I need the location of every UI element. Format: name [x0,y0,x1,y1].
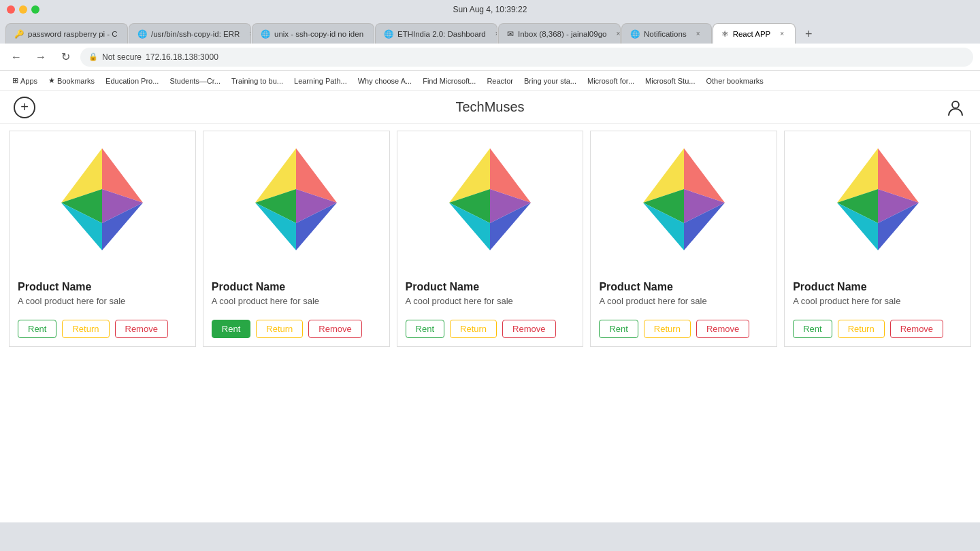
bookmark-reactor[interactable]: Reactor [483,76,517,86]
bookmark-other[interactable]: Other bookmarks [702,76,767,86]
bookmark-find-microsoft[interactable]: Find Microsoft... [419,76,480,86]
bookmarks-bar: ⊞ Apps ★ Bookmarks Education Pro... Stud… [0,71,980,91]
tab-ethindia[interactable]: 🌐 ETHIndia 2.0: Dashboard × [375,23,497,44]
minimize-window-button[interactable] [19,5,27,14]
tab-label: Notifications [644,30,687,38]
product-actions: Rent Return Remove [10,320,195,346]
product-info: Product Name A cool product here for sal… [591,274,777,320]
tab-ssh-copy[interactable]: 🌐 /usr/bin/ssh-copy-id: ERR × [129,23,251,44]
tab-notifications[interactable]: 🌐 Notifications × [621,23,712,44]
product-name: Product Name [18,281,187,293]
tab-react-app[interactable]: ⚛ React APP × [713,23,796,44]
product-card: Product Name A cool product here for sal… [9,131,196,347]
app-content: + TechMuses [0,91,980,522]
close-window-button[interactable] [7,5,15,14]
tab-label: Inbox (8,368) - jainal09go [518,30,606,38]
remove-button[interactable]: Remove [696,320,749,338]
bookmark-label: Apps [20,77,37,85]
tab-favicon: ✉ [507,29,514,39]
bookmark-microsoft-for[interactable]: Microsoft for... [583,76,638,86]
bookmark-icon: ⊞ [12,76,18,85]
bookmark-bring[interactable]: Bring your sta... [520,76,581,86]
app-title: TechMuses [455,99,524,115]
product-card: Product Name A cool product here for sal… [784,131,971,347]
tab-close-button[interactable]: × [493,29,497,39]
address-bar[interactable]: 🔒 Not secure 172.16.18.138:3000 [80,48,973,67]
ethereum-logo-icon [616,135,752,271]
bookmark-label: Why choose A... [358,77,412,85]
return-button[interactable]: Return [644,320,691,338]
remove-button[interactable]: Remove [502,320,555,338]
tab-close-button[interactable]: × [777,29,787,39]
bookmark-label: Learning Path... [294,77,347,85]
tab-close-button[interactable]: × [613,29,621,39]
product-name: Product Name [599,281,768,293]
back-button[interactable]: ← [7,48,26,67]
rent-button[interactable]: Rent [793,320,832,338]
rent-button[interactable]: Rent [599,320,638,338]
title-bar-text: Sun Aug 4, 10:39:22 [453,5,527,14]
bookmark-education[interactable]: Education Pro... [101,76,163,86]
return-button[interactable]: Return [256,320,303,338]
reload-button[interactable]: ↻ [56,48,75,67]
tab-close-button[interactable]: × [125,29,128,39]
tab-favicon: 🌐 [630,29,640,39]
bookmark-microsoft-stu[interactable]: Microsoft Stu... [641,76,699,86]
product-info: Product Name A cool product here for sal… [203,274,389,320]
tab-inbox[interactable]: ✉ Inbox (8,368) - jainal09go × [498,23,621,44]
tab-close-button[interactable]: × [246,29,251,39]
bookmark-students[interactable]: Students—Cr... [165,76,225,86]
tab-close-button[interactable]: × [370,29,374,39]
browser-window: Sun Aug 4, 10:39:22 🔑 password raspberry… [0,0,980,551]
maximize-window-button[interactable] [31,5,39,14]
remove-button[interactable]: Remove [890,320,943,338]
bookmark-label: Education Pro... [105,77,159,85]
tab-favicon: 🌐 [137,29,147,39]
product-image [785,131,970,274]
add-product-button[interactable]: + [14,97,35,118]
product-description: A cool product here for sale [793,296,962,306]
rent-button[interactable]: Rent [406,320,444,338]
product-card: Product Name A cool product here for sal… [203,131,390,347]
remove-button[interactable]: Remove [115,320,168,338]
bookmark-training[interactable]: Training to bu... [227,76,287,86]
tab-unix[interactable]: 🌐 unix - ssh-copy-id no iden × [252,23,374,44]
bookmark-why-choose[interactable]: Why choose A... [354,76,416,86]
product-card: Product Name A cool product here for sal… [397,131,584,347]
user-profile-button[interactable] [945,97,966,118]
tab-favicon: ⚛ [721,29,729,39]
bookmark-apps[interactable]: ⊞ Apps [8,75,42,86]
remove-button[interactable]: Remove [308,320,361,338]
bookmark-bookmarks[interactable]: ★ Bookmarks [44,75,99,86]
bookmark-label: Bring your sta... [524,77,576,85]
return-button[interactable]: Return [838,320,885,338]
products-grid: Product Name A cool product here for sal… [0,124,980,354]
product-actions: Rent Return Remove [397,320,583,346]
tab-favicon: 🌐 [261,29,270,39]
product-name: Product Name [793,281,962,293]
security-label: Not secure [102,52,142,62]
product-name: Product Name [212,281,381,293]
address-bar-row: ← → ↻ 🔒 Not secure 172.16.18.138:3000 [0,44,980,71]
return-button[interactable]: Return [450,320,497,338]
forward-button[interactable]: → [31,48,50,67]
rent-button[interactable]: Rent [18,320,56,338]
ethereum-logo-icon [810,135,946,271]
bookmark-learning[interactable]: Learning Path... [290,76,351,86]
bookmark-label: Bookmarks [57,77,95,85]
product-info: Product Name A cool product here for sal… [397,274,583,320]
rent-button[interactable]: Rent [212,320,250,338]
tab-label: password raspberry pi - C [28,30,118,38]
bookmark-label: Find Microsoft... [423,77,476,85]
ethereum-logo-icon [228,135,364,271]
bookmark-label: Reactor [487,77,513,85]
tab-close-button[interactable]: × [693,29,703,39]
tab-password[interactable]: 🔑 password raspberry pi - C × [5,23,128,44]
new-tab-button[interactable]: + [799,24,818,44]
product-info: Product Name A cool product here for sal… [10,274,195,320]
bookmark-label: Students—Cr... [169,77,220,85]
product-card: Product Name A cool product here for sal… [590,131,777,347]
product-image [591,131,777,274]
return-button[interactable]: Return [62,320,109,338]
product-image [10,131,195,274]
